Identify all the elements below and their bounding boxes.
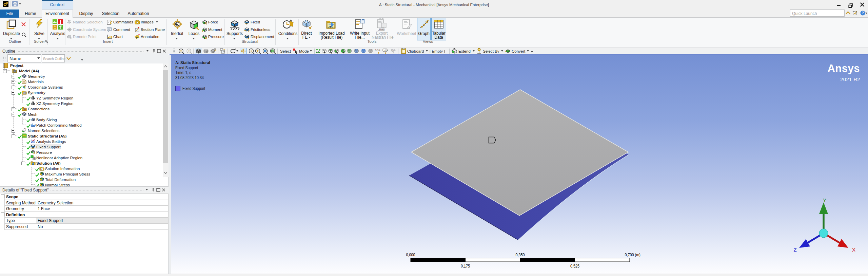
svg-text:?: ? <box>862 11 864 15</box>
svg-text:Abc: Abc <box>392 49 396 52</box>
svg-text:C: C <box>110 21 112 25</box>
svg-text:0,700 (m): 0,700 (m) <box>625 252 640 257</box>
svg-text:X.Y.Z: X.Y.Z <box>375 49 380 51</box>
svg-text:.rst: .rst <box>328 25 333 28</box>
svg-text:0,000: 0,000 <box>406 252 415 257</box>
svg-text:0,525: 0,525 <box>570 263 579 269</box>
svg-text:Y: Y <box>823 197 826 203</box>
svg-text:0,175: 0,175 <box>461 263 470 269</box>
svg-text:Ab: Ab <box>136 36 139 39</box>
svg-text:X: X <box>852 247 855 253</box>
svg-text:100: 100 <box>383 49 388 52</box>
svg-text:0,350: 0,350 <box>515 252 525 257</box>
svg-text:.nas: .nas <box>378 27 385 31</box>
svg-text:Z: Z <box>793 247 796 253</box>
